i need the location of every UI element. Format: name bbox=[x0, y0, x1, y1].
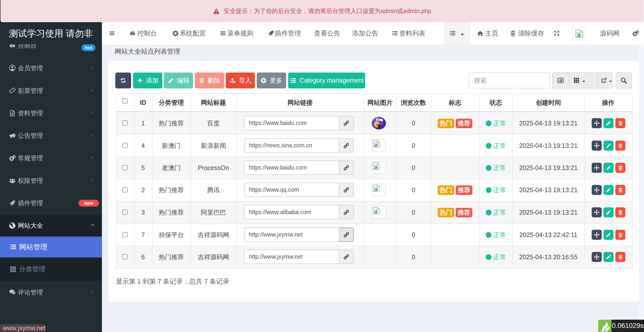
svg-text:9: 9 bbox=[376, 123, 377, 126]
svg-text:香港: 香港 bbox=[376, 118, 382, 121]
